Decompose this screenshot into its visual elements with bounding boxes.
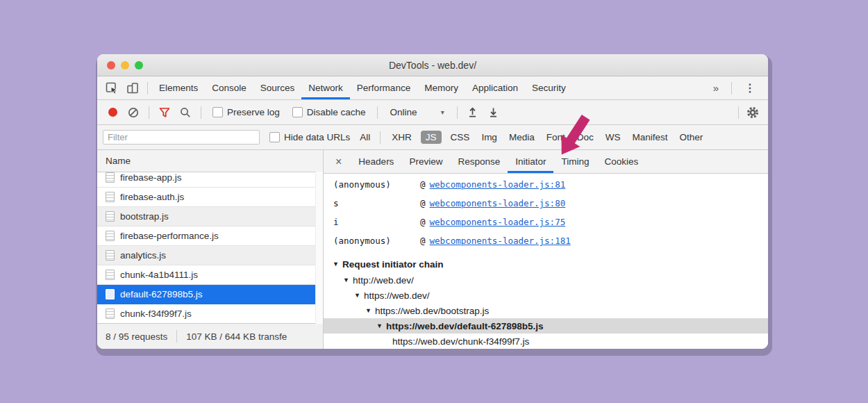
expand-arrow-icon: ▼ <box>365 307 372 314</box>
tab-security[interactable]: Security <box>525 76 573 99</box>
name-column-header[interactable]: Name <box>97 150 323 172</box>
type-filter-manifest[interactable]: Manifest <box>632 132 667 142</box>
detail-tab-cookies[interactable]: Cookies <box>596 150 646 173</box>
detail-tab-headers[interactable]: Headers <box>351 150 401 173</box>
request-row[interactable]: chunk-4a1b4111.js <box>97 265 316 285</box>
chain-node[interactable]: ▼ http://web.dev/ <box>324 272 768 288</box>
throttling-dropdown[interactable]: Online ▾ <box>383 107 451 117</box>
tab-sources[interactable]: Sources <box>253 76 302 99</box>
type-filter-img[interactable]: Img <box>481 132 497 142</box>
more-tabs-icon[interactable]: » <box>705 82 727 94</box>
filter-input[interactable] <box>103 130 260 145</box>
divider <box>201 106 201 119</box>
type-filter-other[interactable]: Other <box>679 132 703 142</box>
settings-gear-icon[interactable] <box>743 104 762 122</box>
request-row[interactable]: firebase-performance.js <box>97 227 316 246</box>
record-network-log-button[interactable] <box>103 104 122 122</box>
search-icon[interactable] <box>176 104 195 122</box>
stack-function: i <box>333 217 420 227</box>
chain-node-leaf[interactable]: https://web.dev/chunk-f34f99f7.js <box>324 334 768 349</box>
type-filter-js[interactable]: JS <box>421 131 442 144</box>
detail-tab-response[interactable]: Response <box>450 150 508 173</box>
type-filter-css[interactable]: CSS <box>451 132 470 142</box>
file-icon <box>106 231 115 241</box>
stack-source-link[interactable]: webcomponents-loader.js:81 <box>430 179 566 190</box>
device-toolbar-icon[interactable] <box>122 76 143 99</box>
preserve-log-control: Preserve log <box>207 107 285 117</box>
request-name: chunk-f34f99f7.js <box>120 309 192 319</box>
type-filter-xhr[interactable]: XHR <box>392 132 412 142</box>
divider <box>457 106 458 119</box>
divider <box>147 82 148 94</box>
chain-title-label: Request initiator chain <box>342 259 444 270</box>
close-window-button[interactable] <box>107 61 115 69</box>
detail-tab-initiator[interactable]: Initiator <box>508 150 553 173</box>
network-toolbar: Preserve log Disable cache Online ▾ <box>97 100 768 125</box>
stack-frame: (anonymous) @ webcomponents-loader.js:81 <box>324 175 768 194</box>
chain-node[interactable]: ▼ https://web.dev/bootstrap.js <box>324 303 768 318</box>
request-row[interactable]: firebase-app.js <box>97 172 316 188</box>
stack-frame: s @ webcomponents-loader.js:80 <box>324 194 768 213</box>
tab-elements[interactable]: Elements <box>152 76 205 99</box>
disable-cache-control: Disable cache <box>287 107 372 117</box>
request-initiator-chain-header[interactable]: ▼ Request initiator chain <box>324 256 768 272</box>
chain-node-highlighted[interactable]: ▼ https://web.dev/default-627898b5.js <box>324 318 768 334</box>
clear-network-log-button[interactable] <box>124 104 143 122</box>
tab-performance[interactable]: Performance <box>350 76 417 99</box>
request-row[interactable]: firebase-auth.js <box>97 188 316 207</box>
request-row[interactable]: chunk-f34f99f7.js <box>97 304 316 323</box>
file-icon <box>106 250 115 261</box>
tab-memory[interactable]: Memory <box>417 76 465 99</box>
export-har-icon[interactable] <box>484 104 503 122</box>
type-filter-media[interactable]: Media <box>509 132 535 142</box>
close-detail-icon[interactable]: × <box>326 156 351 168</box>
expand-arrow-icon: ▼ <box>376 322 383 329</box>
chain-url: https://web.dev/chunk-f34f99f7.js <box>392 336 529 347</box>
request-name: firebase-auth.js <box>120 192 184 202</box>
request-row-selected[interactable]: default-627898b5.js <box>97 285 316 304</box>
desktop-background: DevTools - web.dev/ Elements Console Sou… <box>0 0 868 403</box>
import-har-icon[interactable] <box>463 104 483 122</box>
file-icon <box>106 192 115 202</box>
file-icon <box>106 289 115 299</box>
at-separator: @ <box>420 179 426 190</box>
request-name: default-627898b5.js <box>120 289 203 299</box>
minimize-window-button[interactable] <box>121 61 129 69</box>
name-column-label: Name <box>106 156 131 166</box>
preserve-log-checkbox[interactable] <box>212 107 223 117</box>
at-separator: @ <box>420 236 426 246</box>
stack-source-link[interactable]: webcomponents-loader.js:181 <box>430 236 571 246</box>
request-name: firebase-performance.js <box>120 231 219 241</box>
requests-count: 8 / 95 requests <box>106 331 167 342</box>
request-detail-panel: × Headers Preview Response Initiator Tim… <box>324 150 768 349</box>
stack-function: (anonymous) <box>333 179 420 190</box>
tab-console[interactable]: Console <box>205 76 253 99</box>
chain-url: https://web.dev/default-627898b5.js <box>386 321 544 331</box>
scrollbar[interactable] <box>315 172 323 324</box>
at-separator: @ <box>420 217 426 227</box>
tab-bar-right: » ⋮ <box>705 76 764 99</box>
initiator-content: (anonymous) @ webcomponents-loader.js:81… <box>324 174 768 349</box>
detail-tab-bar: × Headers Preview Response Initiator Tim… <box>324 150 768 174</box>
tab-network[interactable]: Network <box>301 76 350 99</box>
detail-tab-preview[interactable]: Preview <box>401 150 450 173</box>
chain-node[interactable]: ▼ https://web.dev/ <box>324 288 768 303</box>
disable-cache-checkbox[interactable] <box>292 107 303 117</box>
kebab-menu-icon[interactable]: ⋮ <box>736 81 764 94</box>
stack-source-link[interactable]: webcomponents-loader.js:75 <box>430 217 566 227</box>
hide-data-urls-checkbox[interactable] <box>269 132 280 142</box>
divider <box>176 330 177 343</box>
request-row[interactable]: analytics.js <box>97 246 316 265</box>
annotation-arrow-icon <box>550 113 594 163</box>
request-list-panel: Name firebase-app.js firebase-auth.js bo… <box>97 150 324 349</box>
hide-data-urls-control: Hide data URLs <box>269 132 356 142</box>
type-filter-ws[interactable]: WS <box>606 132 621 142</box>
tab-application[interactable]: Application <box>465 76 525 99</box>
filter-funnel-icon[interactable] <box>155 104 174 122</box>
inspect-element-icon[interactable] <box>101 76 122 99</box>
request-rows: firebase-app.js firebase-auth.js bootstr… <box>97 172 316 323</box>
type-filter-all[interactable]: All <box>360 132 370 142</box>
zoom-window-button[interactable] <box>135 61 143 69</box>
request-row[interactable]: bootstrap.js <box>97 207 316 227</box>
stack-source-link[interactable]: webcomponents-loader.js:80 <box>430 198 566 208</box>
